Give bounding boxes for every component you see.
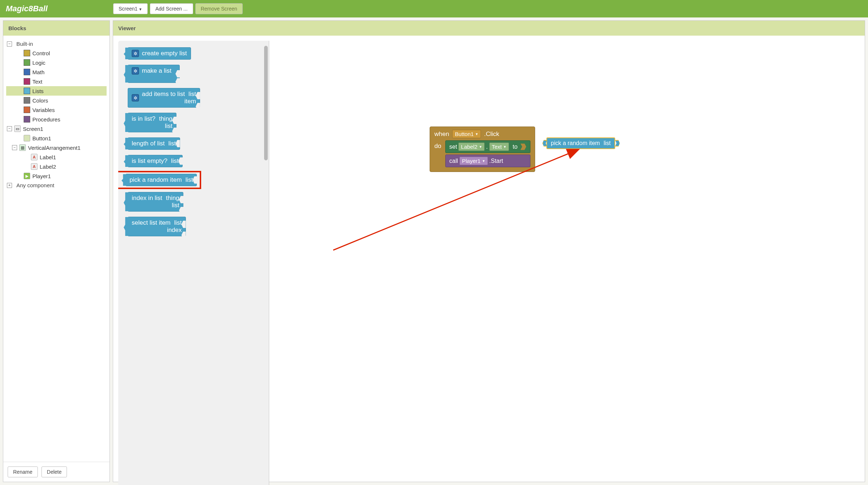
tree-label2[interactable]: ALabel2 (6, 162, 107, 171)
delete-button[interactable]: Delete (41, 466, 67, 477)
add-screen-button[interactable]: Add Screen ... (150, 3, 193, 14)
workspace-block-group[interactable]: when Button1▼ .Click do set Label2▼ . Te… (430, 127, 535, 172)
button-icon (24, 135, 30, 141)
tree-cat-math[interactable]: Math (6, 67, 107, 77)
socket-icon (521, 144, 526, 150)
tree-cat-lists[interactable]: Lists (6, 86, 107, 96)
set-label-text-block[interactable]: set Label2▼ . Text▼ to (445, 140, 530, 153)
rename-button[interactable]: Rename (8, 466, 38, 477)
tree-cat-control[interactable]: Control (6, 48, 107, 58)
block-is-list-empty[interactable]: is list empty?list (128, 155, 183, 167)
tree-any-component[interactable]: +Any component (6, 181, 107, 190)
caret-down-icon: ▼ (139, 7, 142, 11)
tree-cat-logic[interactable]: Logic (6, 58, 107, 67)
viewer-panel-header: Viewer (113, 21, 865, 36)
block-length-of-list[interactable]: length of listlist (128, 137, 180, 150)
component-dropdown-button1[interactable]: Button1▼ (452, 130, 481, 138)
tree-label1[interactable]: ALabel1 (6, 152, 107, 162)
component-dropdown-player1[interactable]: Player1▼ (459, 157, 488, 165)
tree-vertical[interactable]: −▥VerticalArrangement1 (6, 143, 107, 152)
palette-scrollbar[interactable] (264, 46, 268, 160)
collapse-icon[interactable]: − (12, 145, 17, 150)
block-create-empty-list[interactable]: ✲create empty list (128, 47, 191, 60)
tree-cat-variables[interactable]: Variables (6, 105, 107, 115)
layout-icon: ▥ (19, 144, 26, 151)
when-button-click-block[interactable]: when Button1▼ .Click do set Label2▼ . Te… (430, 127, 535, 172)
component-dropdown-label2[interactable]: Label2▼ (458, 143, 485, 151)
workspace-pick-random-block[interactable]: pick a random itemlist (546, 137, 615, 149)
screen-selector-button[interactable]: Screen1▼ (113, 3, 148, 14)
block-make-a-list[interactable]: ✲make a list (128, 65, 180, 83)
property-dropdown-text[interactable]: Text▼ (489, 143, 509, 151)
remove-screen-button[interactable]: Remove Screen (195, 3, 243, 14)
block-select-list-item[interactable]: select list itemlistindex (128, 217, 186, 236)
label-icon: A (31, 154, 37, 160)
block-index-in-list[interactable]: index in listthinglist (128, 192, 183, 212)
tree-screen1[interactable]: −▭Screen1 (6, 124, 107, 133)
tree-builtin[interactable]: −Built-in (6, 39, 107, 48)
tree-footer: Rename Delete (3, 462, 110, 482)
collapse-icon[interactable]: − (7, 126, 12, 131)
caret-down-icon: ▼ (475, 132, 478, 136)
expand-icon[interactable]: + (7, 183, 12, 188)
gear-icon[interactable]: ✲ (132, 94, 139, 101)
screen-icon: ▭ (14, 125, 21, 132)
tree-player1[interactable]: ▶Player1 (6, 171, 107, 181)
call-player-start-block[interactable]: call Player1▼ .Start (445, 155, 530, 167)
blocks-panel-header: Blocks (3, 21, 110, 36)
block-add-items-to-list[interactable]: ✲ add items to listlistitem (128, 88, 200, 108)
block-is-in-list[interactable]: is in list?thinglist (128, 113, 176, 132)
blocks-tree: −Built-in Control Logic Math Text Lists … (3, 36, 110, 462)
caret-down-icon: ▼ (482, 159, 485, 163)
block-pick-random-item[interactable]: pick a random itemlist (126, 174, 197, 186)
player-icon: ▶ (24, 173, 30, 179)
tree-cat-text[interactable]: Text (6, 77, 107, 86)
gear-icon[interactable]: ✲ (132, 67, 139, 75)
app-title: Magic8Ball (6, 4, 48, 13)
top-toolbar: Magic8Ball Screen1▼ Add Screen ... Remov… (0, 0, 868, 17)
tree-button1[interactable]: Button1 (6, 133, 107, 143)
caret-down-icon: ▼ (503, 145, 506, 149)
do-label: do (434, 140, 445, 150)
annotation-highlight: pick a random itemlist (118, 171, 201, 189)
collapse-icon[interactable]: − (7, 41, 12, 47)
viewer-workspace[interactable]: ✲create empty list ✲make a list ✲ add it… (113, 36, 865, 482)
label-icon: A (31, 163, 37, 170)
tree-cat-procedures[interactable]: Procedures (6, 115, 107, 124)
blocks-panel: Blocks −Built-in Control Logic Math Text… (3, 20, 110, 482)
viewer-panel: Viewer ✲create empty list ✲make a list ✲… (113, 20, 865, 482)
gear-icon[interactable]: ✲ (132, 50, 139, 57)
caret-down-icon: ▼ (479, 145, 482, 149)
block-palette: ✲create empty list ✲make a list ✲ add it… (118, 41, 269, 485)
tree-cat-colors[interactable]: Colors (6, 96, 107, 105)
